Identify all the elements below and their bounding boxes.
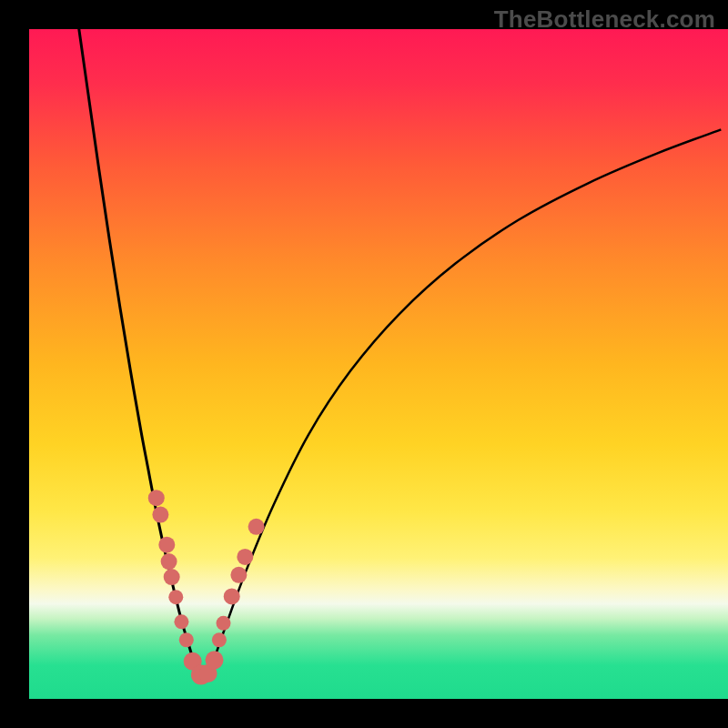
bottleneck-chart [0,0,728,728]
watermark-text: TheBottleneck.com [494,5,715,34]
marker-bead [164,569,180,585]
marker-bead [161,553,177,570]
marker-bead [148,490,165,506]
marker-bead [179,632,194,647]
marker-bead [174,614,188,629]
marker-bead [152,507,168,523]
marker-bead [230,567,247,583]
marker-bead [212,632,227,647]
chart-stage: TheBottleneck.com [0,0,728,728]
marker-bead [206,651,224,669]
marker-bead [217,616,231,631]
marker-bead [158,537,175,553]
marker-bead [224,588,240,604]
marker-bead [237,549,253,565]
marker-bead [168,590,183,604]
gradient-background [29,29,728,699]
marker-bead [248,519,265,535]
